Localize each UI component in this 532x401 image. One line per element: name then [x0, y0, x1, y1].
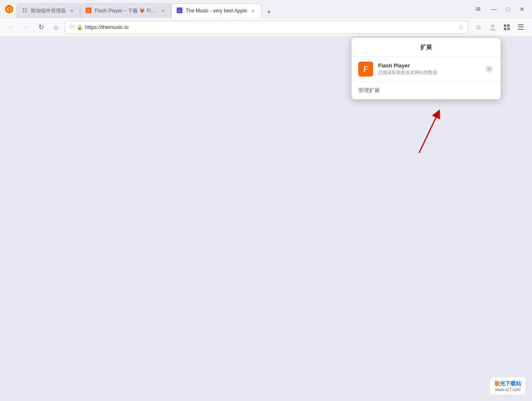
firefox-icon	[3, 3, 15, 15]
tab-music-close[interactable]: ✕	[249, 7, 256, 14]
flash-tab-icon: F	[86, 7, 92, 14]
svg-rect-5	[25, 11, 27, 12]
maximize-button[interactable]: □	[501, 2, 515, 16]
profile-button[interactable]	[486, 21, 499, 33]
svg-rect-3	[25, 8, 27, 10]
svg-point-10	[491, 24, 494, 28]
svg-rect-12	[507, 24, 510, 27]
tab-flash[interactable]: F Flash Player – 下载 🦊 Firefo ✕	[80, 3, 171, 18]
extension-settings-button[interactable]	[484, 64, 494, 74]
tabs-container: 附加组件管理器 ✕ F Flash Player – 下载 🦊 Firefo ✕	[17, 0, 472, 18]
tab-addons-close[interactable]: ✕	[68, 7, 75, 14]
home-button[interactable]: ⌂	[50, 21, 62, 33]
close-button[interactable]: ✕	[515, 2, 529, 16]
window-controls: — □ ✕	[487, 2, 529, 16]
extension-name: Flash Player	[378, 62, 479, 69]
address-bar[interactable]: 🛡 🔒 ☆	[65, 21, 468, 34]
extensions-panel-button[interactable]	[501, 21, 513, 33]
svg-text:F: F	[87, 9, 90, 13]
new-tab-button[interactable]: +	[263, 7, 275, 18]
title-bar: 附加组件管理器 ✕ F Flash Player – 下载 🦊 Firefo ✕	[0, 0, 532, 18]
tab-flash-close[interactable]: ✕	[159, 7, 166, 14]
watermark-url: www.xz7.com	[495, 387, 520, 392]
tab-overflow-button[interactable]	[472, 3, 484, 15]
watermark: 极光下载站 www.xz7.com	[490, 377, 525, 394]
manage-extensions-link[interactable]: 管理扩展	[352, 82, 501, 99]
forward-button[interactable]: →	[20, 21, 32, 33]
svg-point-15	[488, 68, 490, 70]
tab-addons[interactable]: 附加组件管理器 ✕	[17, 3, 80, 18]
extensions-header: 扩展	[352, 38, 501, 57]
reload-button[interactable]: ↻	[35, 21, 47, 33]
flash-player-extension-item: F Flash Player 总能读取和更改此网站的数据	[352, 57, 501, 82]
svg-rect-13	[504, 28, 506, 30]
back-button[interactable]: ←	[5, 21, 17, 33]
puzzle-icon	[22, 7, 29, 14]
nav-actions: ☆ ☰	[472, 21, 527, 33]
page-content: 扩展 F Flash Player 总能读取和更改此网站的数据 管理扩	[0, 36, 532, 401]
music-tab-icon: ♪	[177, 7, 183, 14]
extensions-dropdown: 扩展 F Flash Player 总能读取和更改此网站的数据 管理扩	[352, 38, 501, 99]
extension-description: 总能读取和更改此网站的数据	[378, 69, 479, 76]
tab-addons-title: 附加组件管理器	[31, 7, 66, 14]
bookmark-icon[interactable]: ☆	[458, 23, 464, 31]
svg-rect-2	[23, 8, 24, 10]
flash-f-letter: F	[363, 64, 368, 74]
browser-window: 附加组件管理器 ✕ F Flash Player – 下载 🦊 Firefo ✕	[0, 0, 532, 401]
bookmark-star-button[interactable]: ☆	[472, 21, 485, 33]
lock-icon: 🔒	[77, 24, 83, 30]
menu-button[interactable]: ☰	[515, 21, 527, 33]
svg-rect-11	[504, 24, 506, 27]
svg-line-19	[419, 113, 438, 153]
url-input[interactable]	[85, 24, 455, 30]
security-shield-icon: 🛡	[69, 24, 74, 30]
svg-rect-14	[507, 28, 510, 30]
svg-text:♪: ♪	[178, 9, 180, 13]
extension-info: Flash Player 总能读取和更改此网站的数据	[378, 62, 479, 76]
svg-rect-4	[23, 11, 24, 12]
minimize-button[interactable]: —	[487, 2, 501, 16]
tab-flash-title: Flash Player – 下载 🦊 Firefo	[95, 7, 157, 14]
tab-music-title: The Music - very best Apple	[186, 8, 247, 14]
watermark-logo: 极光下载站	[494, 380, 521, 387]
flash-player-icon: F	[358, 62, 373, 76]
nav-bar: ← → ↻ ⌂ 🛡 🔒 ☆ ☆	[0, 18, 532, 36]
tab-music[interactable]: ♪ The Music - very best Apple ✕	[171, 3, 261, 18]
